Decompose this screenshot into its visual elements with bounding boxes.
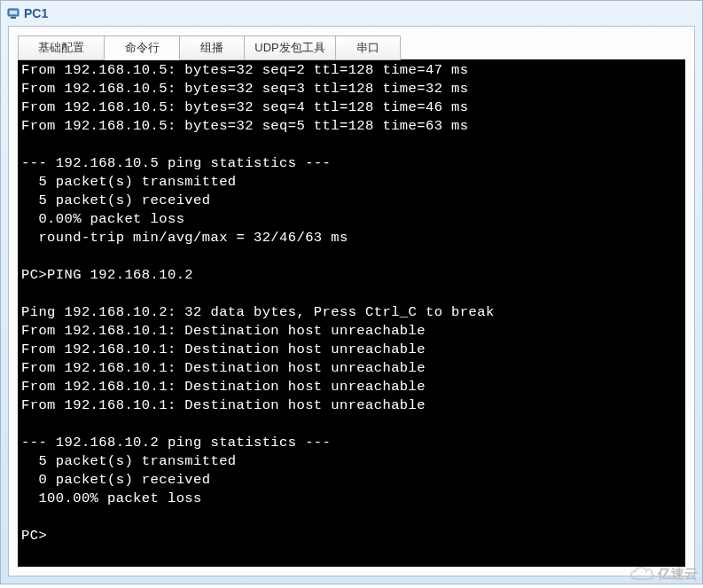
tab-label: UDP发包工具 [254, 41, 324, 54]
content-area: 基础配置 命令行 组播 UDP发包工具 串口 From 192.168.10.5… [8, 26, 695, 576]
svg-rect-1 [10, 11, 17, 14]
tab-command-line[interactable]: 命令行 [104, 35, 180, 60]
watermark-text: 亿速云 [658, 566, 698, 583]
tab-multicast[interactable]: 组播 [179, 35, 245, 60]
svg-rect-2 [11, 17, 16, 19]
tab-serial[interactable]: 串口 [335, 35, 401, 60]
terminal-output[interactable]: From 192.168.10.5: bytes=32 seq=2 ttl=12… [18, 59, 685, 567]
cloud-icon [629, 567, 654, 583]
app-icon [6, 6, 20, 20]
titlebar: PC1 [1, 1, 702, 26]
window-title: PC1 [24, 6, 48, 20]
app-window: PC1 基础配置 命令行 组播 UDP发包工具 串口 From 192.168.… [0, 0, 703, 584]
tabstrip: 基础配置 命令行 组播 UDP发包工具 串口 [18, 35, 685, 60]
tab-label: 组播 [200, 41, 223, 54]
tab-basic-config[interactable]: 基础配置 [18, 35, 105, 60]
watermark: 亿速云 [629, 566, 698, 583]
tab-udp-tool[interactable]: UDP发包工具 [244, 35, 336, 60]
tab-label: 基础配置 [38, 41, 84, 54]
tab-label: 命令行 [125, 41, 160, 54]
tab-label: 串口 [356, 41, 379, 54]
